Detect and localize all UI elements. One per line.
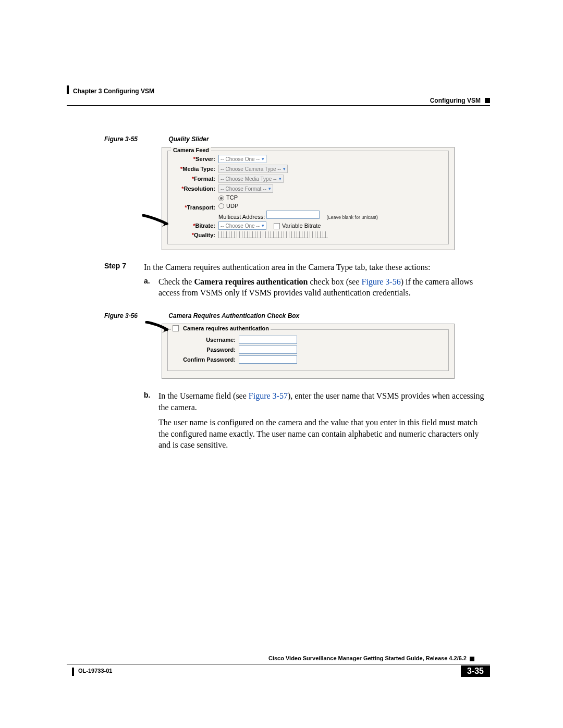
confirm-password-input[interactable] [239,355,297,364]
format-label: Format: [194,176,215,182]
tcp-label: TCP [226,194,238,201]
header-left-bar [67,85,69,94]
figure55-title: Quality Slider [168,135,209,143]
format-select[interactable]: -- Choose Media Type --▾ [218,175,284,183]
step7-label: Step 7 [104,262,136,273]
figure55-num: Figure 3-55 [104,135,167,143]
confirm-password-label: Confirm Password: [173,356,236,363]
username-note: The user name is configured on the camer… [158,417,485,451]
figure56-ui: Camera requires authentication Username:… [162,324,455,379]
username-input[interactable] [239,336,297,344]
quality-slider[interactable] [218,231,328,238]
footer-rule [67,664,490,664]
header-left: Chapter 3 Configuring VSM [73,88,154,95]
figure55-legend: Camera Feed [171,147,211,153]
header-rule [67,105,490,106]
camera-auth-checkbox[interactable] [173,325,179,331]
sub-a-letter: a. [144,276,153,299]
multicast-input[interactable] [266,211,320,219]
password-input[interactable] [239,346,297,354]
multicast-label: Multicast Address: [218,214,265,220]
variable-bitrate-label: Variable Bitrate [282,223,321,229]
bitrate-select[interactable]: -- Choose One --▾ [218,221,266,230]
sub-a-text: Check the Camera requires authentication… [158,276,485,299]
variable-bitrate-checkbox[interactable] [274,223,280,229]
figure55-ui: Camera Feed *Server: -- Choose One --▾ *… [162,147,455,250]
figure56-legend: Camera requires authentication [183,325,269,331]
resolution-select[interactable]: -- Choose Format --▾ [218,184,273,193]
figure56-title: Camera Requires Authentication Check Box [168,312,299,319]
udp-label: UDP [226,203,238,209]
figure56-num: Figure 3-56 [104,312,167,319]
svg-marker-0 [162,220,168,227]
multicast-hint: (Leave blank for unicast) [326,215,378,220]
sub-b-text: In the Username field (see Figure 3-57),… [158,390,485,413]
password-label: Password: [173,347,236,353]
header-right: Configuring VSM [430,97,490,104]
footer-page: 3-35 [461,665,490,677]
figure56-caption: Figure 3-56 Camera Requires Authenticati… [104,312,485,319]
mediatype-label: Media Type: [182,166,215,172]
resolution-label: Resolution: [184,186,216,192]
sub-b-letter: b. [144,390,153,413]
figure56-link[interactable]: Figure 3-56 [362,277,401,286]
footer-title: Cisco Video Surveillance Manager Getting… [268,655,474,661]
tcp-radio[interactable] [218,195,224,201]
figure55-caption: Figure 3-55 Quality Slider [104,135,485,143]
header-right-square [485,98,490,103]
username-label: Username: [173,337,236,343]
quality-label: Quality: [194,232,215,238]
bitrate-label: Bitrate: [195,223,215,229]
header-right-text: Configuring VSM [430,97,481,104]
mediatype-select[interactable]: -- Choose Camera Type --▾ [218,165,288,173]
server-select[interactable]: -- Choose One --▾ [218,155,266,163]
footer-doc: OL-19733-01 [78,668,112,674]
udp-radio[interactable] [218,203,224,209]
server-label: Server: [195,156,215,162]
footer-doc-bar [72,668,74,676]
step7-body: In the Camera requires authentication ar… [144,262,430,273]
transport-label: Transport: [187,204,215,211]
figure57-link[interactable]: Figure 3-57 [249,391,288,400]
